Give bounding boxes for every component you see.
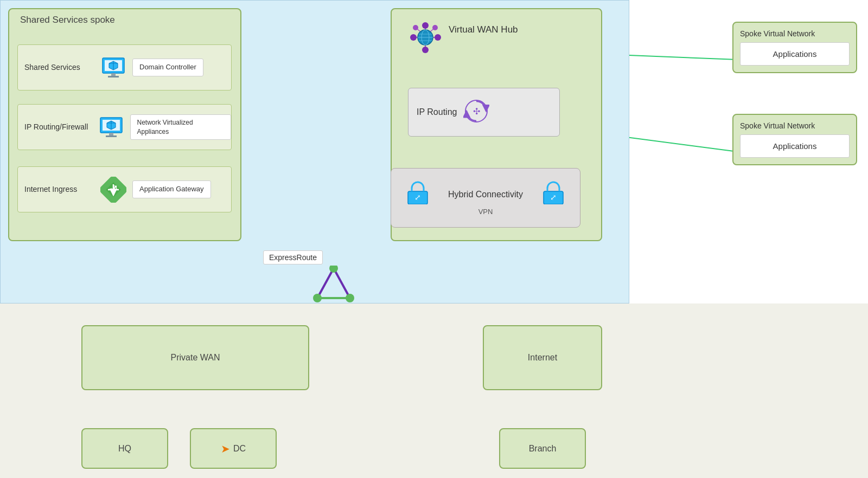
svg-point-63 <box>346 294 354 302</box>
nva-box: Network Virtualized Appliances <box>130 114 232 140</box>
svg-text:⤢: ⤢ <box>550 193 557 202</box>
spoke-title: Shared Services spoke <box>20 15 115 25</box>
domain-controller-box: Domain Controller <box>132 59 203 76</box>
svg-line-59 <box>334 268 350 298</box>
service-label-shared: Shared Services <box>18 62 94 72</box>
svg-text:⤢: ⤢ <box>414 193 421 202</box>
dc-label: DC <box>233 444 246 454</box>
spoke-vnet-2-apps: Applications <box>740 134 850 158</box>
lock-icon-right: ⤢ <box>541 180 565 206</box>
svg-rect-26 <box>106 135 117 137</box>
hq-label: HQ <box>118 444 131 454</box>
svg-point-61 <box>329 266 338 273</box>
svg-rect-19 <box>108 76 119 77</box>
app-gateway-box: Application Gateway <box>132 180 211 198</box>
service-label-ingress: Internet Ingress <box>18 184 94 194</box>
spoke-vnet-1: Spoke Virtual Network Applications <box>732 22 857 73</box>
svg-rect-25 <box>109 133 113 135</box>
service-label-routing: IP Routing/Firewall <box>18 122 92 132</box>
hq-box: HQ <box>81 428 168 469</box>
shared-services-spoke: Shared Services spoke Shared Services Do… <box>8 8 241 241</box>
hybrid-connectivity-box: ⤢ Hybrid Connectivity ⤢ VPN <box>391 168 580 228</box>
globe-icon <box>408 20 443 57</box>
svg-rect-18 <box>111 73 116 76</box>
vpn-label: VPN <box>478 208 493 216</box>
spoke-vnet-1-apps: Applications <box>740 42 850 66</box>
branch-box: Branch <box>499 428 586 469</box>
vwan-title: Virtual WAN Hub <box>449 24 518 35</box>
svg-text:⤢: ⤢ <box>109 183 117 194</box>
ip-routing-label: IP Routing <box>417 107 457 117</box>
service-row-ingress: Internet Ingress ⤢ Application Gateway <box>17 166 232 212</box>
routing-icon: ✣ <box>463 98 489 126</box>
computer-icon-1 <box>98 53 128 82</box>
branch-label: Branch <box>529 444 557 454</box>
computer-icon-2 <box>97 112 126 142</box>
internet-label: Internet <box>528 353 557 363</box>
private-wan-box: Private WAN <box>81 325 309 390</box>
hybrid-title: Hybrid Connectivity <box>448 190 523 199</box>
internet-box: Internet <box>483 325 602 390</box>
svg-line-58 <box>317 268 334 298</box>
service-row-routing: IP Routing/Firewall Network Virtualized … <box>17 104 232 150</box>
svg-point-62 <box>313 294 322 302</box>
ip-routing-box: IP Routing ✣ <box>408 88 560 137</box>
expressroute-icon <box>312 266 355 306</box>
spoke-vnet-2-title: Spoke Virtual Network <box>740 121 850 130</box>
svg-text:✣: ✣ <box>473 107 480 116</box>
private-wan-label: Private WAN <box>171 353 220 363</box>
spoke-vnet-1-title: Spoke Virtual Network <box>740 29 850 38</box>
spoke-vnet-2: Spoke Virtual Network Applications <box>732 114 857 165</box>
service-row-shared: Shared Services Domain Controller <box>17 44 232 91</box>
dc-box: ➤ DC <box>190 428 277 469</box>
lock-icon-left: ⤢ <box>406 180 430 206</box>
gateway-icon: ⤢ <box>98 175 128 204</box>
expressroute-label: ExpressRoute <box>263 250 323 264</box>
dc-arrow-icon: ➤ <box>221 442 230 455</box>
